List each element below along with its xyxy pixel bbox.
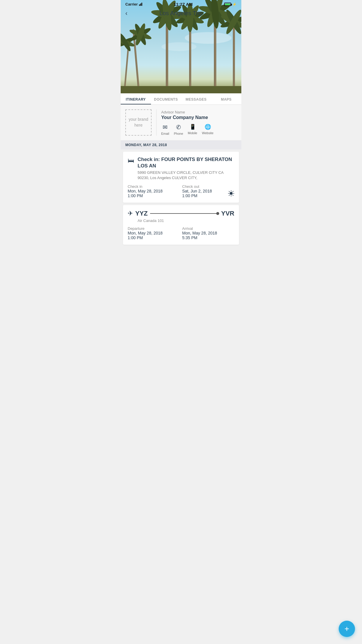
tab-itinerary[interactable]: ITINERARY bbox=[121, 93, 151, 104]
status-time: 11:27 AM bbox=[174, 2, 193, 7]
phone-label: Phone bbox=[174, 132, 183, 135]
advisor-name-label: Advisor Name bbox=[161, 110, 237, 114]
svg-line-43 bbox=[229, 191, 230, 192]
arrival-date: Mon, May 28, 2018 bbox=[182, 231, 234, 235]
brand-logo-placeholder[interactable]: your brand here bbox=[125, 109, 152, 136]
phone-icon: ✆ bbox=[176, 124, 181, 131]
departure-label: Departure bbox=[128, 226, 180, 231]
svg-rect-28 bbox=[233, 18, 235, 93]
flight-airline: Air Canada 101 bbox=[138, 218, 234, 223]
tab-maps[interactable]: MAPS bbox=[211, 93, 242, 104]
phone-action[interactable]: ✆ Phone bbox=[174, 124, 183, 135]
departure-time: 1:00 PM bbox=[128, 235, 180, 240]
sun-icon bbox=[228, 190, 234, 198]
date-header: MONDAY, MAY 28, 2018 bbox=[121, 141, 241, 149]
check-out-time: 1:00 PM bbox=[182, 193, 234, 198]
hotel-title: Check in: FOUR POINTS BY SHERATON LOS AN bbox=[138, 156, 234, 169]
svg-line-44 bbox=[233, 195, 233, 195]
email-label: Email bbox=[161, 132, 169, 135]
advisor-info: Advisor Name Your Company Name ✉ Email ✆… bbox=[161, 110, 237, 135]
advisor-divider bbox=[156, 109, 157, 136]
tab-messages[interactable]: MESSAGES bbox=[181, 93, 211, 104]
status-bar: Carrier 11:27 AM ⚡ bbox=[121, 0, 241, 8]
advisor-section: your brand here Advisor Name Your Compan… bbox=[121, 105, 241, 141]
mobile-action[interactable]: 📱 Mobile bbox=[188, 124, 197, 135]
email-icon: ✉ bbox=[163, 124, 168, 131]
advisor-actions: ✉ Email ✆ Phone 📱 Mobile 🌐 Website bbox=[161, 124, 237, 135]
svg-point-38 bbox=[230, 192, 233, 195]
battery-area: ⚡ bbox=[224, 2, 237, 6]
website-action[interactable]: 🌐 Website bbox=[202, 124, 214, 135]
svg-point-1 bbox=[185, 32, 231, 44]
arrival-label: Arrival bbox=[182, 226, 234, 231]
flight-route-line bbox=[150, 213, 219, 214]
page-title: Los Angeles Trip bbox=[159, 10, 203, 17]
hotel-title-area: Check in: FOUR POINTS BY SHERATON LOS AN… bbox=[138, 156, 234, 181]
advisor-company-name: Your Company Name bbox=[161, 115, 237, 120]
hotel-address: 5990 GREEN VALLEY CIRCLE, CULVER CITY CA… bbox=[138, 170, 234, 181]
hotel-card-header: 🛏 Check in: FOUR POINTS BY SHERATON LOS … bbox=[128, 156, 234, 181]
website-icon: 🌐 bbox=[205, 124, 211, 130]
flight-card[interactable]: ✈ YYZ YVR Air Canada 101 Departure Mon, … bbox=[123, 205, 239, 245]
check-in-label: Check in bbox=[128, 184, 180, 189]
hotel-card-details: Check in Mon, May 28, 2018 1:00 PM Check… bbox=[128, 184, 234, 198]
check-out-date: Sat, Jun 2, 2018 bbox=[182, 189, 234, 193]
brand-placeholder-text: your brand here bbox=[126, 117, 151, 128]
battery-icon bbox=[224, 3, 231, 6]
svg-line-45 bbox=[233, 191, 233, 192]
flight-details: Departure Mon, May 28, 2018 1:00 PM Arri… bbox=[128, 226, 234, 240]
svg-rect-37 bbox=[121, 86, 241, 93]
check-in-time: 1:00 PM bbox=[128, 193, 180, 198]
website-label: Website bbox=[202, 131, 214, 135]
departure-date: Mon, May 28, 2018 bbox=[128, 231, 180, 235]
hotel-icon: 🛏 bbox=[128, 157, 134, 164]
arrival-time: 5:35 PM bbox=[182, 235, 234, 240]
check-out-label: Check out bbox=[182, 184, 234, 189]
hotel-card[interactable]: 🛏 Check in: FOUR POINTS BY SHERATON LOS … bbox=[123, 152, 239, 203]
tab-documents[interactable]: DOCUMENTS bbox=[151, 93, 181, 104]
svg-line-46 bbox=[229, 195, 230, 195]
flight-destination: YVR bbox=[221, 210, 234, 217]
navigation-bar: ‹ Los Angeles Trip bbox=[121, 8, 241, 19]
wifi-icon bbox=[139, 3, 142, 6]
flight-route: ✈ YYZ YVR bbox=[128, 210, 234, 217]
tab-bar: ITINERARY DOCUMENTS MESSAGES MAPS bbox=[121, 93, 241, 105]
flight-origin: YYZ bbox=[135, 210, 148, 217]
email-action[interactable]: ✉ Email bbox=[161, 124, 169, 135]
carrier-text: Carrier bbox=[125, 2, 142, 6]
mobile-icon: 📱 bbox=[189, 124, 196, 130]
charging-bolt-icon: ⚡ bbox=[232, 2, 237, 6]
mobile-label: Mobile bbox=[188, 131, 197, 135]
back-button[interactable]: ‹ bbox=[125, 10, 127, 17]
airplane-icon: ✈ bbox=[128, 210, 133, 217]
check-in-date: Mon, May 28, 2018 bbox=[128, 189, 180, 193]
